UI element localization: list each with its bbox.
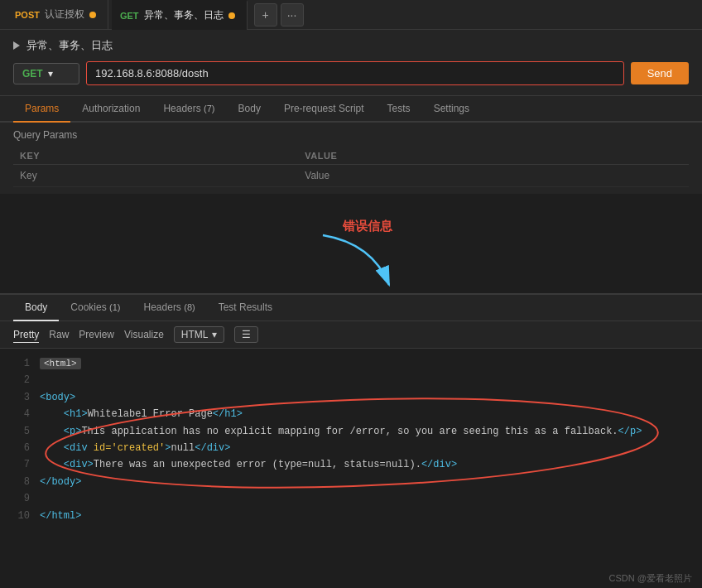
viewer-tab-preview[interactable]: Preview	[79, 327, 114, 342]
response-tab-test-results[interactable]: Test Results	[207, 295, 284, 321]
viewer-tab-raw[interactable]: Raw	[49, 327, 69, 342]
code-line-1: 1 <html>	[13, 355, 689, 372]
tab-get-exception[interactable]: GET 异常、事务、日志	[112, 0, 248, 30]
query-params-section: Query Params KEY VALUE Key Value	[0, 123, 702, 194]
viewer-tab-visualize[interactable]: Visualize	[124, 327, 164, 342]
tab-settings[interactable]: Settings	[422, 96, 481, 123]
tab-body[interactable]: Body	[227, 96, 272, 123]
wrap-button[interactable]: ☰	[234, 326, 258, 343]
code-line-8: 8 </body>	[13, 474, 689, 490]
tab-post-auth[interactable]: POST 认证授权	[7, 0, 108, 30]
chevron-down-icon: ▾	[48, 68, 53, 80]
viewer-tab-pretty[interactable]: Pretty	[13, 327, 39, 343]
code-line-7: 7 <div>There was an unexpected error (ty…	[13, 456, 689, 473]
response-tabs-nav: Body Cookies (1) Headers (8) Test Result…	[0, 295, 702, 321]
method-text: GET	[22, 68, 43, 80]
section-title-text: 异常、事务、日志	[26, 38, 113, 53]
code-area: 1 <html> 2 3 <body> 4 <h1>Whitelabel Err…	[0, 349, 702, 531]
method-select[interactable]: GET ▾	[13, 63, 79, 84]
code-line-10: 10 </html>	[13, 508, 689, 524]
code-line-5: 5 <p>This application has no explicit ma…	[13, 423, 689, 440]
format-value: HTML	[181, 329, 209, 340]
key-column-header: KEY	[13, 147, 298, 165]
section-title: 异常、事务、日志	[13, 38, 689, 53]
value-cell[interactable]: Value	[298, 165, 689, 187]
request-section: 异常、事务、日志 GET ▾ Send	[0, 30, 702, 96]
tab-method-get: GET	[120, 11, 139, 21]
value-column-header: VALUE	[298, 147, 689, 165]
footer-text: CSDN @爱看老照片	[609, 573, 692, 583]
new-tab-button[interactable]: +	[254, 3, 277, 27]
code-line-3: 3 <body>	[13, 389, 689, 406]
request-tabs-nav: Params Authorization Headers (7) Body Pr…	[0, 96, 702, 123]
annotation-area: 错误信息	[0, 194, 702, 293]
tab-dot-get	[228, 12, 235, 19]
params-table: KEY VALUE Key Value	[13, 147, 689, 187]
tab-params[interactable]: Params	[13, 96, 70, 123]
send-button[interactable]: Send	[631, 62, 689, 84]
annotation-arrow	[306, 227, 406, 293]
footer: CSDN @爱看老照片	[599, 569, 702, 588]
tab-tests[interactable]: Tests	[376, 96, 422, 123]
code-line-9: 9	[13, 490, 689, 507]
format-select[interactable]: HTML ▾	[174, 326, 224, 343]
url-row: GET ▾ Send	[13, 61, 689, 85]
tab-bar: POST 认证授权 GET 异常、事务、日志 + ···	[0, 0, 702, 30]
table-row: Key Value	[13, 165, 689, 187]
response-tab-cookies[interactable]: Cookies (1)	[59, 295, 132, 321]
tab-headers[interactable]: Headers (7)	[151, 96, 226, 123]
tab-prerequest[interactable]: Pre-request Script	[272, 96, 376, 123]
error-label: 错误信息	[343, 219, 392, 234]
response-tab-body[interactable]: Body	[13, 295, 59, 321]
more-tabs-button[interactable]: ···	[281, 3, 304, 27]
url-input[interactable]	[86, 61, 624, 85]
key-cell[interactable]: Key	[13, 165, 298, 187]
code-line-6: 6 <div id='created'>null</div>	[13, 440, 689, 456]
code-line-2: 2	[13, 372, 689, 388]
tab-label-get: 异常、事务、日志	[144, 8, 224, 22]
collapse-icon[interactable]	[13, 41, 20, 50]
tab-method-post: POST	[15, 10, 40, 20]
response-section: Body Cookies (1) Headers (8) Test Result…	[0, 293, 702, 531]
tab-dot-post	[89, 12, 96, 18]
response-tab-headers[interactable]: Headers (8)	[132, 295, 207, 321]
tab-actions: + ···	[254, 3, 304, 27]
tab-label-post: 认证授权	[45, 7, 84, 22]
viewer-toolbar: Pretty Raw Preview Visualize HTML ▾ ☰	[0, 321, 702, 349]
code-line-4: 4 <h1>Whitelabel Error Page</h1>	[13, 406, 689, 422]
tab-authorization[interactable]: Authorization	[70, 96, 151, 123]
query-params-label: Query Params	[13, 129, 689, 141]
chevron-down-icon: ▾	[212, 329, 217, 340]
